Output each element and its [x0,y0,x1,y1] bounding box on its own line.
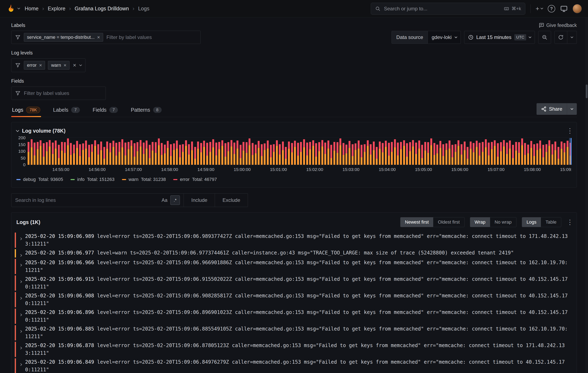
legend-item-debug[interactable]: debugTotal: 93605 [16,177,63,182]
volume-bar[interactable] [512,145,514,165]
volume-bar[interactable] [557,147,559,165]
expand-row-button[interactable] [19,292,25,307]
volume-bar[interactable] [94,140,96,165]
log-line-search-input[interactable] [15,197,159,203]
volume-bar[interactable] [524,143,526,165]
volume-bar[interactable] [424,142,426,165]
volume-bar[interactable] [367,140,369,165]
clear-levels-icon[interactable]: × [73,62,76,68]
panel-menu-icon[interactable]: ⋮ [567,127,572,135]
volume-bar[interactable] [206,143,208,165]
volume-bar[interactable] [385,141,387,165]
volume-bar[interactable] [55,141,57,165]
volume-bar[interactable] [203,141,205,165]
volume-bar[interactable] [364,144,366,165]
volume-bar[interactable] [194,147,196,165]
volume-bar[interactable] [373,141,375,165]
volume-bar[interactable] [294,141,296,165]
volume-bar[interactable] [103,147,105,165]
volume-bar[interactable] [270,145,272,165]
volume-bar[interactable] [352,144,354,165]
volume-bar[interactable] [88,145,90,165]
volume-bar[interactable] [85,141,87,165]
volume-bar[interactable] [164,145,166,165]
volume-bar[interactable] [170,144,172,165]
case-sensitivity-toggle[interactable]: Aa [162,198,168,203]
volume-bar[interactable] [152,142,154,165]
exclude-button[interactable]: Exclude [215,193,248,207]
volume-bar[interactable] [130,140,132,165]
level-chip-warn[interactable]: warn× [48,61,70,70]
level-chip-error[interactable]: error× [24,61,45,70]
remove-chip-icon[interactable]: × [63,63,66,68]
volume-bar[interactable] [121,139,123,165]
wrap-option-no-wrap[interactable]: No wrap [490,217,516,227]
volume-bar[interactable] [82,143,84,165]
log-line-search-field[interactable]: Aa .* [11,193,184,207]
volume-bar[interactable] [158,138,160,165]
volume-bar[interactable] [285,147,287,165]
volume-bar[interactable] [445,143,447,165]
volume-bar[interactable] [348,141,350,165]
volume-bar[interactable] [303,139,305,165]
time-range-picker[interactable]: Last 15 minutes UTC [464,31,535,44]
volume-bar[interactable] [246,142,248,165]
volume-bar[interactable] [394,139,396,165]
volume-bar[interactable] [509,141,511,165]
volume-bar[interactable] [406,143,408,165]
volume-bar[interactable] [440,141,441,165]
volume-bar[interactable] [155,142,157,165]
volume-bar[interactable] [167,141,169,165]
volume-bar[interactable] [430,138,432,165]
include-button[interactable]: Include [184,193,215,207]
volume-bar[interactable] [200,143,202,165]
volume-bar[interactable] [561,141,562,165]
breadcrumb-item-explore[interactable]: Explore [48,6,65,12]
volume-bar[interactable] [388,143,390,165]
refresh-interval-dropdown[interactable] [567,31,577,44]
volume-bar[interactable] [309,142,311,165]
volume-bar[interactable] [109,143,111,165]
remove-chip-icon[interactable]: × [39,63,42,68]
volume-bar[interactable] [355,143,357,165]
volume-bar[interactable] [336,142,338,165]
log-levels-filter[interactable]: error×warn× × [11,59,85,72]
volume-bar[interactable] [49,140,51,165]
volume-bar[interactable] [100,141,102,165]
chevron-down-icon[interactable] [79,63,82,66]
search-input[interactable] [384,6,500,12]
volume-bar[interactable] [530,141,532,165]
give-feedback-link[interactable]: Give feedback [539,23,577,28]
collapse-panel-icon[interactable] [16,129,19,132]
sort-option-oldest-first[interactable]: Oldest first [433,217,464,227]
volume-bar[interactable] [218,142,220,165]
volume-bar[interactable] [315,143,317,165]
volume-bar[interactable] [176,141,178,165]
volume-bar[interactable] [233,142,235,165]
volume-bar[interactable] [539,141,541,165]
legend-item-error[interactable]: errorTotal: 46797 [173,177,217,182]
volume-bar[interactable] [242,142,244,165]
expand-row-button[interactable] [19,325,25,341]
volume-bar[interactable] [91,144,93,165]
expand-row-button[interactable] [19,358,25,373]
expand-row-button[interactable] [19,309,25,324]
expand-row-button[interactable] [19,249,25,258]
volume-bar[interactable] [276,140,278,165]
volume-bar[interactable] [28,142,30,165]
volume-bar[interactable] [31,139,32,165]
volume-bar[interactable] [485,139,487,165]
fields-values-input[interactable] [24,90,102,96]
volume-bar[interactable] [488,142,490,165]
volume-bar[interactable] [497,143,499,165]
volume-bar[interactable] [482,142,484,165]
volume-bar[interactable] [551,144,553,165]
help-button[interactable]: ? [548,5,555,12]
volume-bar[interactable] [306,142,308,165]
volume-bar[interactable] [449,141,451,165]
volume-bar[interactable] [297,143,299,165]
volume-bar[interactable] [146,141,147,165]
log-row[interactable]: 2025-02-20 15:09:06.989 level=error ts=2… [15,232,573,248]
legend-item-info[interactable]: infoTotal: 151263 [71,177,115,182]
volume-bar[interactable] [58,145,60,165]
